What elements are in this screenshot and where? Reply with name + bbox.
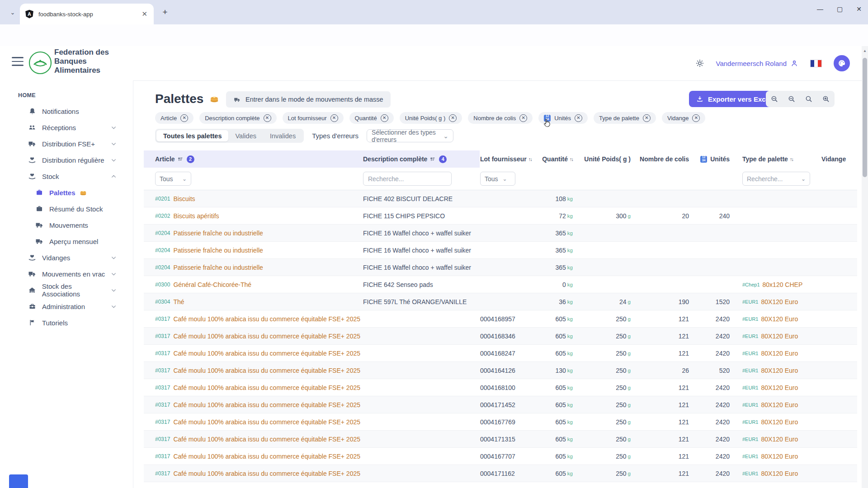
article-link[interactable]: Café moulu 100% arabica issu du commerce…: [173, 333, 360, 340]
tab-search-button[interactable]: ⌄: [6, 6, 19, 19]
window-maximize-button[interactable]: ▢: [837, 5, 843, 13]
article-link[interactable]: Café moulu 100% arabica issu du commerce…: [173, 436, 360, 443]
chip-remove-icon[interactable]: ✕: [449, 114, 457, 122]
article-link[interactable]: Café moulu 100% arabica issu du commerce…: [173, 367, 360, 374]
filter-chip-unit-poids-g-[interactable]: Unité Poids( g )✕: [400, 112, 462, 124]
article-link[interactable]: Café moulu 100% arabica issu du commerce…: [173, 350, 360, 357]
article-filter-select[interactable]: Tous⌄: [155, 172, 191, 186]
sidebar-item-administration[interactable]: Administration: [0, 298, 133, 314]
article-link[interactable]: Thé: [173, 298, 184, 305]
zoom-out-button-2[interactable]: [788, 95, 796, 103]
filter-chip-vidange[interactable]: Vidange✕: [662, 112, 705, 124]
sidebar-item-r-sum-du-stock[interactable]: Résumé du Stock: [0, 201, 133, 217]
tab-valides[interactable]: Valides: [228, 130, 263, 141]
sort-updown-icon[interactable]: ↑↓: [790, 156, 793, 162]
filter-chip-lot-fournisseur[interactable]: Lot fournisseur✕: [283, 112, 344, 124]
cell-article[interactable]: #0317Café moulu 100% arabica issu du com…: [144, 362, 362, 379]
cell-article[interactable]: #0204Patisserie fraîche ou industrielle: [144, 225, 362, 241]
sidebar-item-notifications[interactable]: Notifications: [0, 103, 133, 119]
filter-chip-nombre-de-colis[interactable]: Nombre de colis✕: [468, 112, 533, 124]
sidebar-item-distribution-r-guli-re[interactable]: Distribution régulière: [0, 152, 133, 168]
chip-remove-icon[interactable]: ✕: [381, 114, 388, 122]
sidebar-item-tutoriels[interactable]: Tutoriels: [0, 314, 133, 331]
sidebar-item-mouvements[interactable]: Mouvements: [0, 217, 133, 233]
search-button[interactable]: [805, 95, 813, 103]
mass-movement-mode-button[interactable]: Entrer dans le mode de mouvements de mas…: [226, 91, 391, 108]
cell-article[interactable]: #0204Patisserie fraîche ou industrielle: [144, 242, 362, 258]
palette-filter-select[interactable]: Recherche...⌄: [742, 172, 810, 186]
cell-article[interactable]: #0317Café moulu 100% arabica issu du com…: [144, 465, 362, 482]
sort-updown-icon[interactable]: ↑↓: [570, 156, 573, 162]
cell-article[interactable]: #0317Café moulu 100% arabica issu du com…: [144, 379, 362, 396]
window-minimize-button[interactable]: —: [817, 5, 823, 13]
column-header-pal[interactable]: Type de palette↑↓: [738, 150, 817, 168]
article-link[interactable]: Biscuits: [173, 195, 195, 202]
sidebar-item-stock[interactable]: Stock: [0, 168, 133, 184]
chip-remove-icon[interactable]: ✕: [264, 114, 271, 122]
lot-filter-select[interactable]: Tous⌄: [480, 172, 515, 186]
cell-article[interactable]: #0317Café moulu 100% arabica issu du com…: [144, 431, 362, 447]
sidebar-item-vidanges[interactable]: Vidanges: [0, 249, 133, 266]
cell-article[interactable]: #0317Café moulu 100% arabica issu du com…: [144, 482, 362, 488]
sort-icon[interactable]: [177, 156, 183, 162]
chip-remove-icon[interactable]: ✕: [643, 114, 651, 122]
article-link[interactable]: Café moulu 100% arabica issu du commerce…: [173, 401, 360, 408]
cell-article[interactable]: #0317Café moulu 100% arabica issu du com…: [144, 328, 362, 344]
sort-icon[interactable]: [429, 156, 435, 162]
browser-tab[interactable]: A foodbanks-stock-app ✕: [20, 4, 154, 24]
column-header-lot[interactable]: Lot fournisseur↑↓: [480, 150, 539, 168]
scrollbar-up-arrow[interactable]: ▲: [863, 49, 867, 53]
cell-article[interactable]: #0317Café moulu 100% arabica issu du com…: [144, 396, 362, 413]
export-excel-button[interactable]: Exporter vers Excel: [689, 91, 778, 107]
cell-article[interactable]: #0202Biscuits apéritifs: [144, 207, 362, 224]
sidebar-item-palettes[interactable]: Palettes: [0, 184, 133, 201]
cell-article[interactable]: #0201Biscuits: [144, 190, 362, 207]
cell-article[interactable]: #0204Patisserie fraîche ou industrielle: [144, 259, 362, 276]
user-menu[interactable]: Vandermeersch Roland: [716, 59, 798, 67]
filter-chip-quantit-[interactable]: Quantité✕: [349, 112, 394, 124]
scrollbar-thumb[interactable]: [863, 58, 867, 177]
sidebar-toggle-icon[interactable]: [12, 57, 24, 66]
filter-chip-article[interactable]: Article✕: [155, 112, 193, 124]
sidebar-item-distribution-fse-[interactable]: Distribution FSE+: [0, 136, 133, 152]
sidebar-item-mouvements-en-vrac[interactable]: Mouvements en vrac: [0, 266, 133, 282]
sidebar-item-r-ceptions[interactable]: Réceptions: [0, 119, 133, 136]
description-search-input[interactable]: [363, 172, 452, 186]
article-link[interactable]: Café moulu 100% arabica issu du commerce…: [173, 470, 360, 477]
page-scrollbar[interactable]: ▲: [862, 46, 868, 488]
tab-close-icon[interactable]: ✕: [140, 10, 149, 18]
zoom-in-button[interactable]: [822, 95, 830, 103]
tab-invalides[interactable]: Invalides: [263, 130, 302, 141]
tab-toutes-les-palettes[interactable]: Toutes les palettes: [156, 130, 228, 141]
chip-remove-icon[interactable]: ✕: [575, 114, 582, 122]
window-close-button[interactable]: ✕: [856, 5, 862, 13]
cell-article[interactable]: #0317Café moulu 100% arabica issu du com…: [144, 345, 362, 361]
sidebar-item-aper-u-mensuel[interactable]: Aperçu mensuel: [0, 233, 133, 249]
cell-article[interactable]: #0317Café moulu 100% arabica issu du com…: [144, 448, 362, 465]
article-link[interactable]: Café moulu 100% arabica issu du commerce…: [173, 315, 360, 323]
new-tab-button[interactable]: +: [159, 6, 171, 18]
chip-remove-icon[interactable]: ✕: [180, 114, 188, 122]
sort-updown-icon[interactable]: ↑↓: [528, 156, 532, 162]
chip-remove-icon[interactable]: ✕: [692, 114, 700, 122]
article-link[interactable]: Café moulu 100% arabica issu du commerce…: [173, 384, 360, 391]
cell-article[interactable]: #0300Général Café-Chicorée-Thé: [144, 276, 362, 293]
filter-chip-description-compl-te[interactable]: Description complète✕: [199, 112, 276, 124]
error-types-select[interactable]: Sélectionner des types d'erreurs ⌄: [367, 129, 453, 142]
theme-sun-icon[interactable]: [695, 59, 704, 68]
article-link[interactable]: Patisserie fraîche ou industrielle: [173, 230, 263, 237]
language-flag-fr[interactable]: [810, 60, 822, 67]
article-link[interactable]: Café moulu 100% arabica issu du commerce…: [173, 453, 360, 460]
chip-remove-icon[interactable]: ✕: [519, 114, 527, 122]
article-link[interactable]: Général Café-Chicorée-Thé: [173, 281, 251, 288]
cell-article[interactable]: #0317Café moulu 100% arabica issu du com…: [144, 310, 362, 327]
zoom-out-button[interactable]: [770, 95, 778, 103]
cell-article[interactable]: #0317Café moulu 100% arabica issu du com…: [144, 413, 362, 430]
cell-article[interactable]: #0304Thé: [144, 293, 362, 310]
filter-chip-type-de-palette[interactable]: Type de palette✕: [594, 112, 656, 124]
column-header-article[interactable]: Article2: [144, 150, 362, 168]
article-link[interactable]: Biscuits apéritifs: [173, 212, 219, 220]
column-header-qty[interactable]: Quantité↑↓: [539, 150, 580, 168]
chip-remove-icon[interactable]: ✕: [330, 114, 338, 122]
column-header-desc[interactable]: Description complète4: [362, 150, 480, 168]
